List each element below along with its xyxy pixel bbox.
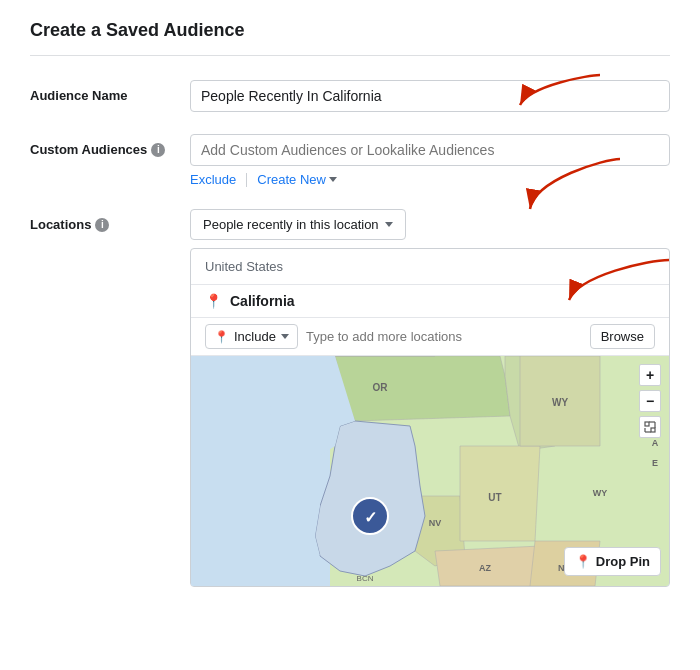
svg-text:NV: NV — [429, 518, 442, 528]
svg-text:A: A — [652, 438, 659, 448]
browse-button[interactable]: Browse — [590, 324, 655, 349]
locations-row: Locations i People recently in this loca… — [30, 209, 670, 587]
location-type-dropdown[interactable]: People recently in this location — [190, 209, 406, 240]
zoom-out-button[interactable]: − — [639, 390, 661, 412]
location-name: California — [230, 293, 295, 309]
locations-panel: United States 📍 California — [190, 248, 670, 587]
map-container: ✓ OR ID UT NV AZ NM WY WY NI — [191, 356, 669, 586]
drop-pin-button[interactable]: 📍 Drop Pin — [564, 547, 661, 576]
create-new-link[interactable]: Create New — [257, 172, 337, 187]
include-dropdown[interactable]: 📍 Include — [205, 324, 298, 349]
map-controls: + − — [639, 364, 661, 438]
svg-text:✓: ✓ — [364, 509, 377, 526]
location-dropdown-chevron-icon — [385, 222, 393, 227]
include-pin-icon: 📍 — [214, 330, 229, 344]
page-container: Create a Saved Audience Audience Name — [0, 0, 700, 670]
zoom-in-button[interactable]: + — [639, 364, 661, 386]
arrow-annotation-2 — [520, 154, 630, 227]
locations-info-icon[interactable]: i — [95, 218, 109, 232]
svg-text:E: E — [652, 458, 658, 468]
custom-audiences-info-icon[interactable]: i — [151, 143, 165, 157]
audience-name-label: Audience Name — [30, 80, 190, 103]
locations-label: Locations i — [30, 209, 190, 232]
audience-name-content — [190, 80, 670, 112]
drop-pin-icon: 📍 — [575, 554, 591, 569]
arrow-annotation-3 — [559, 255, 670, 313]
location-pin-icon: 📍 — [205, 293, 222, 309]
svg-text:WY: WY — [593, 488, 608, 498]
actions-divider — [246, 173, 247, 187]
svg-marker-6 — [335, 356, 510, 421]
svg-text:BCN: BCN — [357, 574, 374, 583]
audience-name-row: Audience Name — [30, 80, 670, 112]
exclude-link[interactable]: Exclude — [190, 172, 236, 187]
svg-text:UT: UT — [488, 492, 501, 503]
svg-text:WY: WY — [552, 397, 568, 408]
svg-text:AZ: AZ — [479, 563, 491, 573]
location-item-california: 📍 California — [191, 285, 669, 318]
location-search-input[interactable] — [306, 325, 582, 348]
svg-rect-30 — [645, 422, 649, 426]
locations-content: People recently in this location United … — [190, 209, 670, 587]
page-title: Create a Saved Audience — [30, 20, 670, 56]
include-row: 📍 Include Browse — [191, 318, 669, 356]
include-chevron-icon — [281, 334, 289, 339]
audience-name-input[interactable] — [190, 80, 670, 112]
custom-audiences-label: Custom Audiences i — [30, 134, 190, 157]
svg-rect-31 — [651, 428, 655, 432]
create-new-chevron-icon — [329, 177, 337, 182]
fullscreen-button[interactable] — [639, 416, 661, 438]
svg-text:OR: OR — [373, 382, 389, 393]
